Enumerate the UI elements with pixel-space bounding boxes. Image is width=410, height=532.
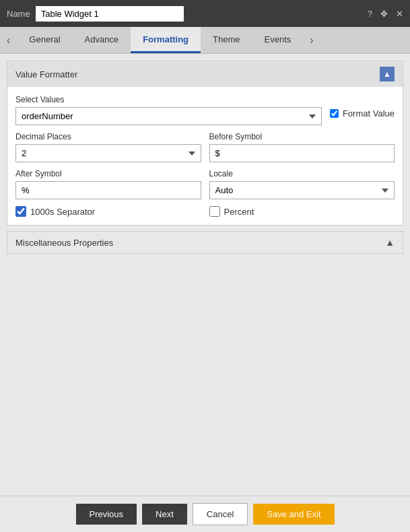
decimal-places-select[interactable]: 2: [15, 144, 201, 162]
previous-button[interactable]: Previous: [76, 504, 137, 525]
save-exit-button[interactable]: Save and Exit: [253, 504, 334, 525]
row-separator-percent: 1000s Separator Percent: [15, 206, 395, 217]
decimal-places-label: Decimal Places: [15, 132, 201, 141]
misc-section: Miscellaneous Properties ▲: [7, 231, 403, 254]
value-formatter-title: Value Formatter: [15, 69, 77, 79]
tab-general[interactable]: General: [17, 27, 72, 53]
cancel-button[interactable]: Cancel: [193, 503, 248, 525]
before-symbol-group: Before Symbol: [209, 132, 395, 162]
locale-label: Locale: [209, 169, 395, 178]
tab-advance[interactable]: Advance: [73, 27, 131, 53]
after-symbol-label: After Symbol: [15, 169, 201, 178]
locale-group: Locale Auto: [209, 169, 395, 199]
tab-formatting[interactable]: Formatting: [131, 27, 201, 53]
name-label: Name: [7, 9, 30, 19]
header: Name ? ✥ ✕: [0, 0, 410, 27]
misc-header: Miscellaneous Properties ▲: [7, 232, 403, 253]
format-value-checkbox[interactable]: [330, 109, 339, 118]
name-input[interactable]: [36, 6, 184, 22]
thousands-separator-group: 1000s Separator: [15, 206, 201, 217]
value-formatter-toggle[interactable]: ▲: [380, 67, 395, 81]
header-icons: ? ✥ ✕: [368, 9, 403, 19]
thousands-separator-label: 1000s Separator: [30, 207, 95, 217]
tab-bar: ‹ General Advance Formatting Theme Event…: [0, 27, 410, 54]
after-symbol-input[interactable]: [15, 181, 201, 199]
percent-group: Percent: [209, 206, 395, 217]
move-icon[interactable]: ✥: [380, 9, 388, 19]
before-symbol-input[interactable]: [209, 144, 395, 162]
row-decimal-before: Decimal Places 2 Before Symbol: [15, 132, 395, 162]
format-value-group: Format Value: [330, 95, 395, 119]
close-icon[interactable]: ✕: [396, 9, 403, 19]
select-values-group: Select Values orderNumber: [15, 95, 322, 125]
misc-toggle[interactable]: ▲: [385, 237, 395, 248]
tab-prev-button[interactable]: ‹: [0, 27, 17, 53]
misc-title: Miscellaneous Properties: [15, 238, 113, 248]
percent-label: Percent: [224, 207, 254, 217]
before-symbol-label: Before Symbol: [209, 132, 395, 141]
thousands-separator-checkbox[interactable]: [15, 206, 26, 217]
row-after-locale: After Symbol Locale Auto: [15, 169, 395, 199]
tab-events[interactable]: Events: [252, 27, 304, 53]
main-content: Value Formatter ▲ Select Values orderNum…: [0, 54, 410, 496]
select-values-dropdown[interactable]: orderNumber: [15, 107, 322, 125]
decimal-places-group: Decimal Places 2: [15, 132, 201, 162]
value-formatter-header: Value Formatter ▲: [7, 61, 403, 87]
select-values-label: Select Values: [15, 95, 322, 104]
value-formatter-body: Select Values orderNumber Format Value D…: [7, 87, 403, 225]
next-button[interactable]: Next: [142, 504, 187, 525]
percent-checkbox[interactable]: [209, 206, 220, 217]
footer: Previous Next Cancel Save and Exit: [0, 496, 410, 532]
format-value-label: Format Value: [343, 108, 395, 119]
tab-theme[interactable]: Theme: [201, 27, 252, 53]
locale-select[interactable]: Auto: [209, 181, 395, 199]
row-select-values: Select Values orderNumber Format Value: [15, 95, 395, 125]
value-formatter-section: Value Formatter ▲ Select Values orderNum…: [7, 61, 403, 226]
help-icon[interactable]: ?: [368, 9, 372, 19]
tab-next-button[interactable]: ›: [303, 27, 320, 53]
after-symbol-group: After Symbol: [15, 169, 201, 199]
